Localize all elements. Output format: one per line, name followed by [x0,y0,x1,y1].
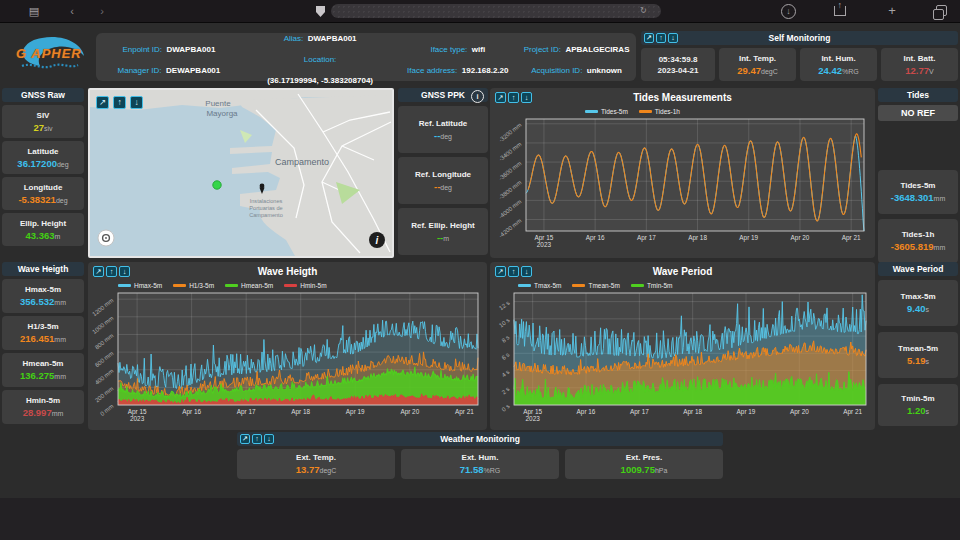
wave-period-chart-plot[interactable]: 12 s10 s8 s6 s4 s2 s0 sApr 152023Apr 16A… [494,290,872,426]
upload-icon: ↑ [512,93,516,102]
svg-text:-3200 mm: -3200 mm [498,122,523,143]
location-label: Location: [304,55,336,64]
tides-1h-unit: mm [934,244,946,251]
svg-text:0 mm: 0 mm [99,403,115,417]
tab-overview-icon[interactable] [936,5,947,16]
panel-upload-button[interactable]: ↑ [508,92,519,103]
tides-legend: Tides-5m Tides-1h [585,108,680,115]
svg-text:8 s: 8 s [501,334,511,344]
info-group-alias-location: Alias: DWAPBA001 Location: (36.17199994,… [242,27,399,87]
tides-5m-value: -3648.301 [891,192,934,203]
location-map[interactable]: ↗ ↑ ↓ Puente Mayorga Campamento Insta [88,88,394,258]
panel-expand-button[interactable]: ↗ [240,434,250,444]
hmax-label: Hmax-5m [25,285,61,294]
share-icon[interactable]: ↑ [834,6,846,16]
int-batt-unit: V [929,68,934,75]
legend-label: Hmean-5m [241,282,273,289]
manager-id-label: Manager ID: [118,66,162,75]
download-icon: ↓ [525,93,529,102]
panel-download-button[interactable]: ↓ [264,434,274,444]
tides-column: Tides NO REF Tides-5m -3648.301mm Tides-… [878,88,958,258]
ref-longitude-unit: deg [440,184,452,191]
endpoint-id-label: Enpoint ID: [122,45,162,54]
svg-text:Apr 16: Apr 16 [577,408,596,416]
legend-item[interactable]: Tmax-5m [518,282,561,289]
ext-pres-label: Ext. Pres. [626,453,662,462]
map-label-port-2: Portuarias de [249,205,282,211]
download-icon: ↓ [525,267,529,276]
tmean-value: 5.19 [907,355,926,366]
sidebar-icon[interactable]: ▤ [26,3,42,19]
downloads-icon[interactable]: ↓ [781,4,796,19]
time-value: 05:34:59.8 [659,55,698,64]
alias-value: DWAPBA001 [308,34,357,43]
panel-expand-button[interactable]: ↗ [96,96,109,109]
panel-upload-button[interactable]: ↑ [113,96,126,109]
ref-ellip-height-card: Ref. Ellip. Height --m [398,208,488,255]
panel-expand-button[interactable]: ↗ [495,266,506,277]
expand-icon: ↗ [497,93,503,102]
longitude-unit: deg [56,197,68,204]
panel-download-button[interactable]: ↓ [521,266,532,277]
map-label-mayorga: Mayorga [206,109,238,118]
int-hum-label: Int. Hum. [821,54,855,63]
map-canvas[interactable]: Puente Mayorga Campamento Instalaciones … [90,90,392,256]
tmin-value: 1.20 [907,405,926,416]
panel-buttons: ↗ ↑ ↓ [93,266,130,277]
svg-text:Apr 21: Apr 21 [843,408,862,416]
map-attribution-button[interactable]: i [369,232,385,248]
weather-title: Weather Monitoring [440,434,520,444]
share-arrow-icon: ↑ [838,1,843,10]
legend-item[interactable]: Tides-1h [639,108,680,115]
page-footer [0,498,960,540]
panel-upload-button[interactable]: ↑ [508,266,519,277]
svg-text:6 s: 6 s [501,351,511,361]
svg-text:200 mm: 200 mm [94,385,115,403]
new-tab-icon[interactable]: + [884,3,900,19]
panel-download-button[interactable]: ↓ [521,92,532,103]
ref-latitude-card: Ref. Latitude --deg [398,106,488,153]
wave-height-legend: Hmax-5m H1/3-5m Hmean-5m Hmin-5m [118,282,327,289]
upload-icon: ↑ [255,435,259,442]
map-locate-button[interactable] [98,230,114,246]
legend-item[interactable]: Hmean-5m [225,282,273,289]
wave-height-chart-plot[interactable]: 1200 mm1000 mm800 mm600 mm400 mm200 mm0 … [92,290,484,426]
self-monitoring-header: ↗ ↑ ↓ Self Monitoring [641,31,958,45]
siv-value: 27 [33,122,44,133]
panel-upload-button[interactable]: ↑ [106,266,117,277]
svg-text:1000 mm: 1000 mm [92,315,115,335]
svg-text:-3400 mm: -3400 mm [498,141,523,162]
panel-expand-button[interactable]: ↗ [495,92,506,103]
info-group-iface: Iface type: wifi Iface address: 192.168.… [398,38,517,77]
back-icon[interactable]: ‹ [64,3,80,19]
url-bar[interactable] [331,4,661,18]
privacy-shield-icon[interactable] [316,6,325,17]
tides-chart-plot[interactable]: -3200 mm-3400 mm-3600 mm-3800 mm-4000 mm… [496,116,870,252]
ext-hum-value: 71.58 [460,464,484,475]
date-value: 2023-04-21 [658,66,699,75]
hmean-value: 136.275 [20,370,54,381]
info-icon[interactable]: i [471,90,484,103]
legend-item[interactable]: Hmin-5m [284,282,326,289]
panel-download-button[interactable]: ↓ [119,266,130,277]
panel-download-button[interactable]: ↓ [130,96,143,109]
forward-icon[interactable]: › [94,3,110,19]
reload-icon[interactable]: ↻ [640,5,647,17]
legend-item[interactable]: H1/3-5m [173,282,214,289]
tmin-unit: s [926,408,930,415]
station-info-panel: Enpoint ID: DWAPBA001 Manager ID: DEWAPB… [96,33,636,81]
panel-expand-button[interactable]: ↗ [93,266,104,277]
panel-download-button[interactable]: ↓ [668,33,678,43]
panel-upload-button[interactable]: ↑ [252,434,262,444]
legend-item[interactable]: Hmax-5m [118,282,162,289]
siv-card: SIV 27siv [2,105,84,138]
panel-buttons: ↗ ↑ ↓ [495,92,532,103]
tmean-unit: s [926,358,930,365]
svg-text:2023: 2023 [537,241,552,248]
legend-item[interactable]: Tides-5m [585,108,628,115]
panel-upload-button[interactable]: ↑ [656,33,666,43]
endpoint-id-value: DWAPBA001 [166,45,215,54]
legend-item[interactable]: Tmin-5m [631,282,673,289]
panel-expand-button[interactable]: ↗ [644,33,654,43]
legend-item[interactable]: Tmean-5m [572,282,619,289]
